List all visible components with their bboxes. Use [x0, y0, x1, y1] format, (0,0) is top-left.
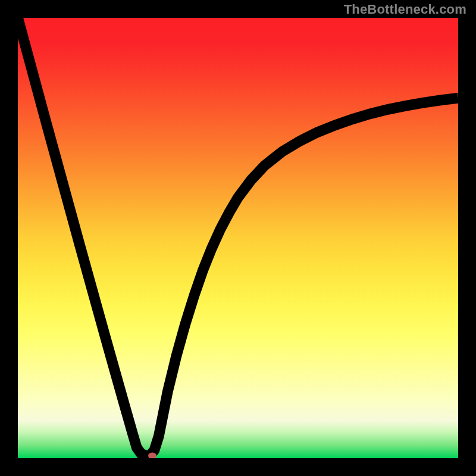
minimum-marker [148, 453, 156, 458]
watermark-text: TheBottleneck.com [344, 2, 466, 17]
chart-frame: TheBottleneck.com [0, 0, 476, 476]
curve-svg [18, 18, 458, 458]
plot-area [18, 18, 458, 458]
bottleneck-curve [18, 18, 458, 456]
